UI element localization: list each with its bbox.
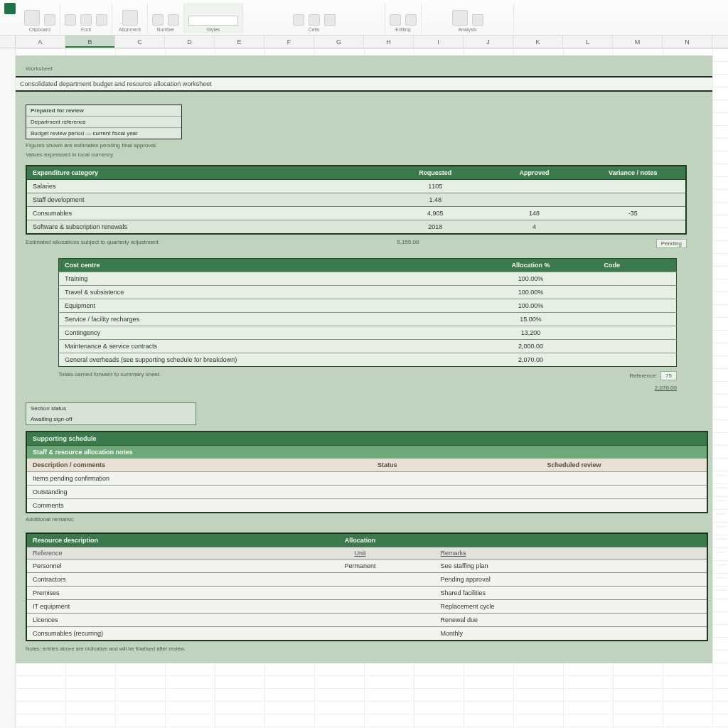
cell[interactable]: -35 (581, 207, 687, 220)
table-row[interactable]: PersonnelPermanentSee staffing plan (27, 560, 707, 573)
bold-icon[interactable] (65, 14, 76, 26)
cell[interactable]: Contractors (27, 573, 285, 587)
cell[interactable]: 13,200 (464, 326, 599, 340)
cell[interactable]: Contingency (59, 326, 464, 340)
table-row[interactable]: Travel & subsistence100.00% (59, 286, 677, 299)
cell[interactable]: 15.00% (464, 313, 599, 326)
cell[interactable]: Premises (27, 587, 285, 600)
sort-icon[interactable] (405, 14, 417, 26)
cell[interactable] (599, 340, 677, 353)
paste-icon[interactable] (24, 10, 40, 26)
cell[interactable] (599, 299, 677, 313)
column-header[interactable]: C (115, 36, 165, 48)
cell[interactable]: 100.00% (464, 286, 599, 299)
table-row[interactable]: Equipment100.00% (59, 299, 677, 313)
cell[interactable]: Maintenance & service contracts (59, 340, 464, 353)
cell[interactable] (581, 193, 687, 207)
col-header[interactable] (435, 534, 707, 547)
table-row[interactable]: Staff development1.48 (26, 193, 686, 207)
cell[interactable]: Pending approval (435, 573, 707, 587)
ribbon-group-styles[interactable]: Styles (184, 3, 243, 33)
column-header[interactable]: L (563, 36, 613, 48)
cell[interactable]: Items pending confirmation (27, 472, 333, 486)
cell[interactable] (599, 286, 677, 299)
delete-icon[interactable] (309, 14, 320, 26)
table-row[interactable]: Service / facility recharges15.00% (59, 313, 677, 326)
sum-icon[interactable] (390, 14, 401, 26)
style-input[interactable] (188, 16, 238, 26)
column-header[interactable]: K (513, 36, 563, 48)
cell[interactable] (285, 614, 434, 627)
cell[interactable]: Salaries (26, 180, 382, 193)
column-header[interactable]: J (464, 36, 513, 48)
cell[interactable]: Consumables (26, 207, 382, 220)
ribbon-group-font[interactable]: Font (60, 3, 112, 33)
col-header[interactable]: Scheduled review (441, 459, 707, 472)
ribbon-group-analysis[interactable]: Analysis (422, 3, 514, 33)
fill-icon[interactable] (96, 14, 107, 26)
column-header[interactable]: N (663, 36, 712, 48)
col-header[interactable]: Status (333, 459, 441, 472)
cell[interactable] (333, 499, 441, 513)
col-header[interactable]: Expenditure category (26, 166, 382, 180)
col-header[interactable]: Requested (382, 166, 488, 180)
table-row[interactable]: Consumables4,905148-35 (26, 207, 686, 220)
cell[interactable]: Licences (27, 614, 285, 627)
cell[interactable]: 1.48 (382, 193, 488, 207)
cell[interactable] (488, 180, 581, 193)
cell[interactable] (285, 600, 434, 614)
percent-icon[interactable] (168, 14, 179, 26)
cell[interactable]: Permanent (285, 560, 434, 573)
cell[interactable] (599, 313, 677, 326)
cell[interactable] (441, 499, 707, 513)
cell[interactable]: Staff development (26, 193, 382, 207)
ribbon-group-alignment[interactable]: Alignment (112, 3, 148, 33)
cell[interactable]: Outstanding (27, 486, 333, 499)
cell[interactable]: Personnel (27, 560, 285, 573)
col-header[interactable]: Variance / notes (581, 166, 687, 180)
cell[interactable]: Travel & subsistence (59, 286, 464, 299)
cell[interactable]: 2,070.00 (464, 353, 599, 367)
ribbon-group-cells[interactable]: Cells (243, 3, 385, 33)
italic-icon[interactable] (80, 14, 92, 26)
cell[interactable] (441, 472, 707, 486)
cell[interactable] (285, 573, 434, 587)
table-row[interactable]: ContractorsPending approval (27, 573, 707, 587)
column-header[interactable]: A (16, 36, 65, 48)
column-header[interactable]: I (414, 36, 464, 48)
cell[interactable] (581, 220, 687, 235)
footnote-link[interactable]: 2,070.00 (655, 385, 677, 391)
col-header[interactable]: Code (599, 259, 677, 272)
table-row[interactable]: Items pending confirmation (27, 472, 707, 486)
column-header[interactable]: M (613, 36, 663, 48)
column-header[interactable]: B (65, 36, 115, 48)
table-row[interactable]: PremisesShared facilities (27, 587, 707, 600)
cell[interactable]: Training (59, 272, 464, 286)
insert-icon[interactable] (293, 14, 304, 26)
cell[interactable] (599, 272, 677, 286)
cell[interactable]: 4,905 (382, 207, 488, 220)
table-row[interactable]: LicencesRenewal due (27, 614, 707, 627)
cell[interactable] (488, 193, 581, 207)
col-header[interactable]: Resource description (27, 534, 285, 547)
cell[interactable]: 100.00% (464, 272, 599, 286)
table-row[interactable]: Consumables (recurring)Monthly (27, 627, 707, 641)
ribbon-group-number[interactable]: Number (148, 3, 184, 33)
col-header[interactable]: Allocation (285, 534, 434, 547)
cell[interactable] (581, 180, 687, 193)
select-all-corner[interactable] (0, 36, 16, 48)
cut-icon[interactable] (44, 14, 55, 26)
col-header[interactable]: Cost centre (59, 259, 464, 272)
cell[interactable]: Renewal due (435, 614, 707, 627)
cell[interactable] (599, 326, 677, 340)
cell[interactable]: Replacement cycle (435, 600, 707, 614)
format-icon[interactable] (324, 14, 336, 26)
cell[interactable] (333, 472, 441, 486)
cell[interactable] (285, 627, 434, 641)
column-header[interactable]: H (364, 36, 414, 48)
table-row[interactable]: Contingency13,200 (59, 326, 677, 340)
worksheet-grid[interactable]: Worksheet Consolidated department budget… (0, 48, 728, 728)
cell[interactable] (333, 486, 441, 499)
cell[interactable]: 4 (488, 220, 581, 235)
column-header[interactable]: F (264, 36, 314, 48)
